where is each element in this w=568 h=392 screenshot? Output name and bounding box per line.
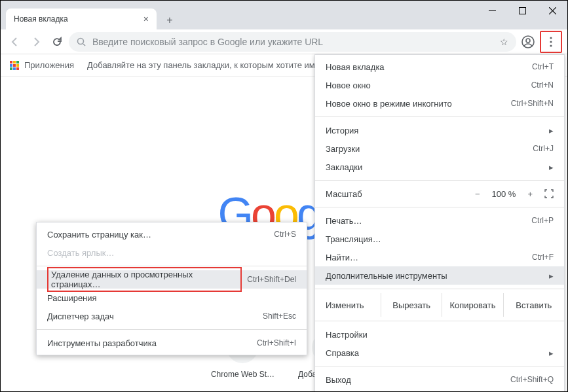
menu-label: Печать… xyxy=(326,216,362,226)
menu-item-history[interactable]: История▸ xyxy=(315,121,564,139)
omnibox-placeholder: Введите поисковый запрос в Google или ук… xyxy=(92,37,323,47)
bookmarks-hint: Добавляйте на эту панель закладки, к кот… xyxy=(87,60,328,70)
menu-cut-button[interactable]: Вырезать xyxy=(381,293,442,317)
chevron-right-icon: ▸ xyxy=(549,271,554,281)
menu-label: История xyxy=(326,126,358,135)
menu-label: Настройки xyxy=(326,330,368,340)
toolbar: Введите поисковый запрос в Google или ук… xyxy=(1,29,567,54)
menu-item-bookmarks[interactable]: Закладки▸ xyxy=(315,158,564,176)
menu-label: Инструменты разработчика xyxy=(47,338,157,348)
apps-icon[interactable] xyxy=(10,61,19,70)
menu-item-exit[interactable]: ВыходCtrl+Shift+Q xyxy=(315,370,564,389)
menu-separator xyxy=(37,329,307,330)
menu-shortcut: Ctrl+S xyxy=(274,230,296,239)
submenu-item-task-manager[interactable]: Диспетчер задачShift+Esc xyxy=(37,307,307,325)
omnibox[interactable]: Введите поисковый запрос в Google или ук… xyxy=(69,32,516,52)
menu-shortcut: Ctrl+F xyxy=(532,253,554,262)
chrome-menu: Новая вкладкаCtrl+T Новое окноCtrl+N Нов… xyxy=(314,54,565,392)
menu-shortcut: Shift+Esc xyxy=(263,312,296,321)
zoom-out-button[interactable]: − xyxy=(475,189,480,199)
menu-label: Найти… xyxy=(326,253,358,262)
menu-label: Загрузки xyxy=(326,144,360,154)
submenu-item-clear-browsing-data[interactable]: Удаление данных о просмотренных страница… xyxy=(37,270,307,289)
menu-shortcut: Ctrl+Shift+Del xyxy=(247,275,296,284)
menu-separator xyxy=(315,366,564,366)
menu-item-new-window[interactable]: Новое окноCtrl+N xyxy=(315,76,564,94)
chevron-right-icon: ▸ xyxy=(549,162,554,172)
svg-point-8 xyxy=(550,45,552,46)
chevron-right-icon: ▸ xyxy=(549,126,554,135)
more-tools-submenu: Сохранить страницу как…Ctrl+S Создать яр… xyxy=(36,222,307,355)
menu-item-incognito[interactable]: Новое окно в режиме инкогнитоCtrl+Shift+… xyxy=(315,94,564,113)
menu-label: Удаление данных о просмотренных страница… xyxy=(47,267,242,292)
menu-item-settings[interactable]: Настройки xyxy=(315,325,564,344)
menu-label: Трансляция… xyxy=(326,234,381,244)
menu-label: Создать ярлык… xyxy=(47,248,114,258)
tab-close-icon[interactable]: × xyxy=(143,14,149,24)
zoom-in-button[interactable]: + xyxy=(527,189,533,199)
back-button[interactable] xyxy=(6,33,24,51)
new-tab-button[interactable]: + xyxy=(161,11,179,29)
menu-label: Диспетчер задач xyxy=(47,312,114,321)
profile-button[interactable] xyxy=(519,33,537,51)
menu-label: Новое окно xyxy=(326,80,371,90)
menu-label: Выход xyxy=(326,375,351,385)
menu-item-cast[interactable]: Трансляция… xyxy=(315,230,564,248)
menu-item-zoom: Масштаб − 100 % + xyxy=(315,185,564,203)
menu-label: Новое окно в режиме инкогнито xyxy=(326,99,452,109)
submenu-item-dev-tools[interactable]: Инструменты разработчикаCtrl+Shift+I xyxy=(37,334,307,352)
more-menu-button[interactable] xyxy=(542,33,560,51)
menu-item-help[interactable]: Справка▸ xyxy=(315,344,564,362)
forward-button[interactable] xyxy=(27,33,45,51)
menu-shortcut: Ctrl+J xyxy=(533,144,554,153)
menu-edit-label: Изменить xyxy=(315,293,381,317)
menu-label: Сохранить страницу как… xyxy=(47,230,151,240)
menu-item-new-tab[interactable]: Новая вкладкаCtrl+T xyxy=(315,58,564,76)
svg-point-7 xyxy=(550,41,552,43)
shortcut-label: Chrome Web St… xyxy=(211,370,275,379)
svg-point-5 xyxy=(526,39,530,43)
menu-paste-button[interactable]: Вставить xyxy=(503,293,564,317)
window-maximize-button[interactable] xyxy=(507,1,537,20)
submenu-item-save-page[interactable]: Сохранить страницу как…Ctrl+S xyxy=(37,225,307,243)
menu-separator xyxy=(37,266,307,266)
menu-label: Масштаб xyxy=(326,189,362,199)
chevron-right-icon: ▸ xyxy=(549,348,554,358)
apps-label[interactable]: Приложения xyxy=(24,60,74,70)
svg-line-3 xyxy=(83,44,85,46)
search-icon xyxy=(77,37,86,46)
menu-item-downloads[interactable]: ЗагрузкиCtrl+J xyxy=(315,139,564,158)
more-button-highlight xyxy=(540,31,562,53)
menu-item-find[interactable]: Найти…Ctrl+F xyxy=(315,248,564,266)
menu-edit-row: Изменить Вырезать Копировать Вставить xyxy=(315,293,564,317)
window-close-button[interactable] xyxy=(537,1,567,20)
fullscreen-icon[interactable] xyxy=(544,189,554,198)
svg-point-6 xyxy=(550,37,552,39)
menu-separator xyxy=(315,207,564,207)
menu-shortcut: Ctrl+P xyxy=(531,216,554,225)
zoom-value: 100 % xyxy=(492,189,516,199)
menu-shortcut: Ctrl+N xyxy=(531,80,554,90)
tab-title: Новая вкладка xyxy=(14,14,68,24)
menu-item-print[interactable]: Печать…Ctrl+P xyxy=(315,211,564,230)
menu-shortcut: Ctrl+Shift+N xyxy=(511,99,554,108)
menu-label: Новая вкладка xyxy=(326,62,385,72)
menu-separator xyxy=(315,289,564,289)
menu-copy-button[interactable]: Копировать xyxy=(442,293,502,317)
menu-label: Закладки xyxy=(326,162,362,172)
menu-shortcut: Ctrl+Shift+Q xyxy=(510,375,554,384)
svg-rect-0 xyxy=(489,10,496,11)
menu-item-more-tools[interactable]: Дополнительные инструменты▸ xyxy=(315,266,564,285)
svg-rect-1 xyxy=(519,7,525,14)
submenu-item-create-shortcut: Создать ярлык… xyxy=(37,243,307,262)
menu-shortcut: Ctrl+Shift+I xyxy=(257,338,296,347)
window-minimize-button[interactable] xyxy=(477,1,507,20)
bookmark-star-icon[interactable]: ☆ xyxy=(500,37,508,47)
menu-label: Расширения xyxy=(47,293,97,303)
menu-label: Дополнительные инструменты xyxy=(326,271,447,281)
menu-separator xyxy=(315,321,564,321)
active-tab[interactable]: Новая вкладка × xyxy=(6,9,157,29)
menu-label: Справка xyxy=(326,348,359,358)
reload-button[interactable] xyxy=(48,33,66,51)
window-controls xyxy=(477,1,567,20)
